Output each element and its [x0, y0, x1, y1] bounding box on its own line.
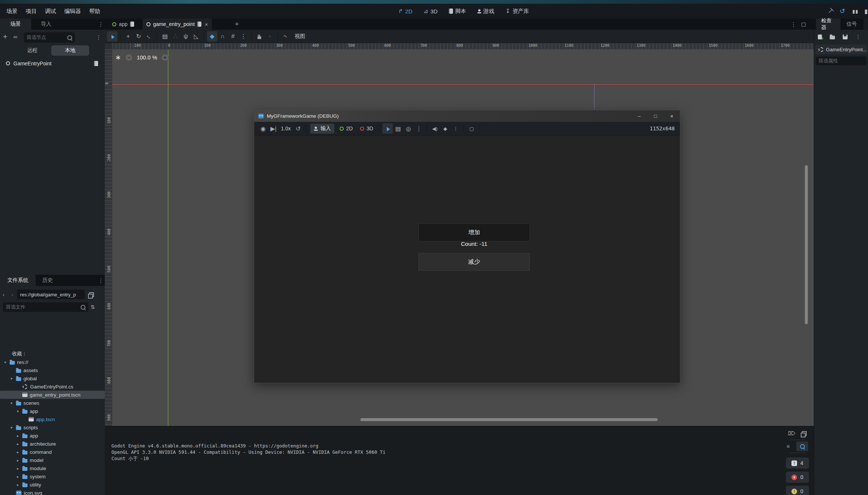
chevron-icon[interactable]: ▸ [16, 483, 20, 487]
chevron-icon[interactable]: ▸ [16, 442, 20, 446]
load-resource-icon[interactable] [830, 36, 835, 39]
chevron-icon[interactable]: ▸ [16, 450, 20, 454]
input-toggle[interactable]: 输入 [310, 124, 334, 134]
file-tree-row[interactable]: app.tscn [0, 415, 105, 423]
workspace-button[interactable]: 脚本 [449, 8, 466, 15]
dock-tab-import[interactable]: 导入 [31, 19, 61, 30]
snap-magnet-icon[interactable]: ∩ [217, 31, 228, 42]
scene-tab-app[interactable]: app [108, 19, 138, 30]
file-tree-row[interactable]: ▸ architecture [0, 440, 105, 448]
chevron-icon[interactable]: ▸ [16, 466, 20, 470]
scene-tabs-menu-icon[interactable]: ⋮ [791, 21, 796, 28]
collapse-tree-icon[interactable]: ≡ [787, 443, 790, 449]
chevron-icon[interactable]: ▾ [9, 377, 14, 381]
build-button[interactable]: ⊤ [826, 6, 836, 16]
zoom-out-button[interactable]: − [126, 54, 132, 61]
new-resource-icon[interactable] [818, 35, 822, 39]
expand-icon[interactable]: ▢ [801, 21, 806, 27]
camera-icon[interactable]: ◆ [440, 123, 450, 134]
file-filter-input[interactable]: 筛选文件 [3, 302, 88, 312]
tab-history[interactable]: 历史 [36, 275, 59, 286]
error-count-badge[interactable]: × 0 [786, 472, 809, 483]
snap-options-icon[interactable]: ⋮ [238, 31, 249, 42]
workspace-button[interactable]: ⊿ 3D [424, 8, 438, 14]
speed-select[interactable]: 1.0x [281, 126, 291, 131]
scene-panel-menu-icon[interactable]: ⋮ [96, 34, 101, 41]
warning-count-badge[interactable]: ! 0 [786, 486, 809, 495]
smart-snap-icon[interactable]: ◆ [207, 31, 217, 42]
menu-item[interactable]: 调试 [41, 8, 60, 15]
search-output-button[interactable] [796, 442, 808, 451]
file-tree-row[interactable]: ▸ command [0, 448, 105, 456]
close-tab-icon[interactable]: × [205, 21, 208, 27]
file-tree-row[interactable]: ▾ app [0, 407, 105, 415]
file-tree-row[interactable]: icon.svg [0, 489, 105, 495]
scale-tool-icon[interactable]: ↔ [144, 31, 154, 42]
dock-tab-menu-icon[interactable]: ⋮ [98, 21, 104, 28]
decrease-button[interactable]: 减少 [418, 253, 530, 271]
scene-filter-input[interactable]: 筛选节点 [24, 32, 75, 43]
chevron-icon[interactable]: ▾ [9, 426, 14, 430]
pause-button[interactable]: ▮▮ [851, 9, 859, 14]
chevron-icon[interactable]: ▸ [16, 434, 20, 438]
chevron-icon[interactable]: ▸ [16, 458, 20, 462]
copy-output-icon[interactable] [802, 431, 807, 436]
view-menu[interactable]: 视图 [295, 33, 305, 40]
zoom-in-button[interactable]: + [162, 54, 168, 61]
file-tree-row[interactable]: ▾ scripts [0, 423, 105, 432]
file-tree-row[interactable]: assets [0, 366, 105, 374]
file-tree-row[interactable]: ▸ module [0, 464, 105, 472]
file-tree-row[interactable]: ▾ scenes [0, 399, 105, 407]
window-title-bar[interactable]: MyGFrameworkGame (DEBUG) – □ × [254, 110, 680, 122]
nav-back-icon[interactable]: ‹ [0, 292, 7, 297]
fullscreen-icon[interactable]: ▢ [466, 123, 477, 134]
list-select-icon[interactable]: ▤ [160, 31, 170, 42]
inspector-menu-icon[interactable]: ⋮ [855, 33, 861, 40]
file-tree-row[interactable]: ▸ app [0, 432, 105, 440]
close-button[interactable]: × [664, 110, 680, 122]
new-scene-tab-button[interactable]: + [235, 19, 239, 30]
grid-snap-icon[interactable]: # [228, 31, 238, 42]
select-tool-icon[interactable]: ▲ [107, 31, 117, 42]
canvas-horizontal-scrollbar[interactable] [360, 418, 658, 421]
scene-tree-root-node[interactable]: GameEntryPoint [0, 59, 105, 68]
edited-object-row[interactable]: GameEntryPoint... [816, 45, 867, 54]
game-select-icon[interactable]: ▲ [382, 123, 393, 134]
minimize-button[interactable]: – [631, 110, 647, 122]
chevron-icon[interactable]: ▾ [3, 360, 7, 364]
camera-override-icon[interactable]: ◎ [403, 123, 414, 134]
increase-button[interactable]: 增加 [418, 224, 530, 241]
pan-tool-icon[interactable]: ψ [181, 31, 191, 42]
ungroup-icon[interactable]: ▫ [265, 31, 275, 42]
reload-button[interactable]: ↺ [838, 7, 846, 15]
center-view-icon[interactable]: ∗ [115, 53, 121, 62]
reset-speed-icon[interactable]: ↺ [293, 123, 303, 134]
dock-tab-clipped[interactable] [864, 19, 868, 30]
dock-tab-inspector[interactable]: 检查器 [816, 19, 841, 30]
pixel-snap-icon[interactable]: ∴ [170, 31, 181, 42]
dock-tab-signals[interactable]: 信号 [841, 19, 862, 30]
workspace-button[interactable]: 游戏 [477, 8, 495, 15]
file-tree-row[interactable]: 收藏： [0, 350, 105, 358]
menu-item[interactable]: 场景 [2, 8, 22, 15]
sort-files-icon[interactable]: ⇅ [91, 304, 95, 310]
filesystem-menu-icon[interactable]: ⋮ [98, 277, 104, 284]
file-tree-row[interactable]: ▸ system [0, 472, 105, 481]
local-button[interactable]: 本地 [51, 45, 89, 56]
nav-forward-icon[interactable]: › [10, 292, 15, 297]
game-options-icon[interactable]: ⋮ [414, 123, 424, 134]
instance-scene-icon[interactable]: ∞ [13, 33, 17, 40]
chevron-icon[interactable]: ▸ [16, 475, 20, 479]
script-icon[interactable] [94, 61, 98, 66]
tab-filesystem[interactable]: 文件系统 [0, 275, 36, 286]
maximize-button[interactable]: □ [647, 110, 664, 122]
file-tree-row[interactable]: GameEntryPoint.cs [0, 382, 105, 391]
canvas-vertical-scrollbar[interactable] [805, 165, 808, 324]
workspace-button[interactable]: ↱ 2D [398, 8, 412, 14]
chevron-icon[interactable]: ▾ [16, 409, 20, 413]
menu-item[interactable]: 项目 [22, 8, 41, 15]
split-view-icon[interactable] [89, 292, 94, 297]
message-count-badge[interactable]: ! 4 [786, 457, 809, 469]
save-resource-icon[interactable] [843, 35, 848, 39]
file-tree-row[interactable]: ▾ global [0, 374, 105, 382]
